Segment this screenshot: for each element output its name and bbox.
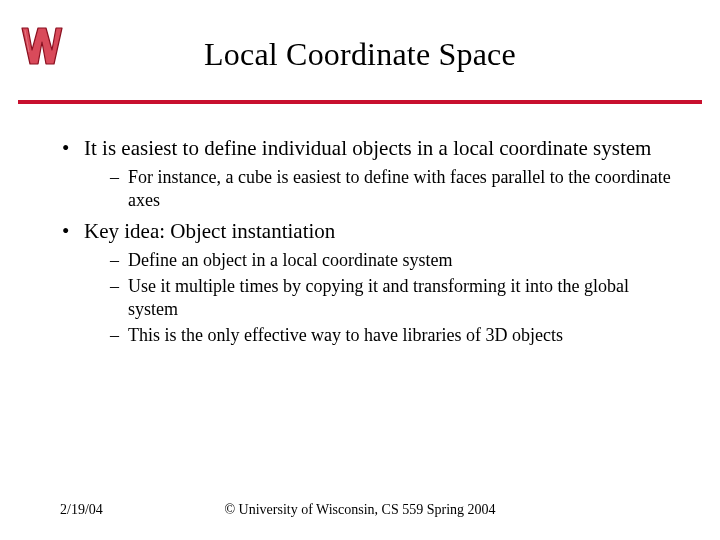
bullet-item: It is easiest to define individual objec… <box>60 135 674 212</box>
sub-item: Define an object in a local coordinate s… <box>108 249 674 272</box>
bullet-list: It is easiest to define individual objec… <box>60 135 674 347</box>
bullet-item: Key idea: Object instantiation Define an… <box>60 218 674 347</box>
sub-item: Use it multiple times by copying it and … <box>108 275 674 321</box>
title-underline <box>18 100 702 104</box>
bullet-text: Key idea: Object instantiation <box>84 219 335 243</box>
slide-title: Local Coordinate Space <box>0 36 720 73</box>
sub-item: For instance, a cube is easiest to defin… <box>108 166 674 212</box>
footer-copyright: © University of Wisconsin, CS 559 Spring… <box>0 502 720 518</box>
slide-body: It is easiest to define individual objec… <box>60 135 674 353</box>
sub-list: For instance, a cube is easiest to defin… <box>108 166 674 212</box>
bullet-text: It is easiest to define individual objec… <box>84 136 651 160</box>
sub-item: This is the only effective way to have l… <box>108 324 674 347</box>
slide-header: Local Coordinate Space <box>0 0 720 110</box>
sub-list: Define an object in a local coordinate s… <box>108 249 674 347</box>
